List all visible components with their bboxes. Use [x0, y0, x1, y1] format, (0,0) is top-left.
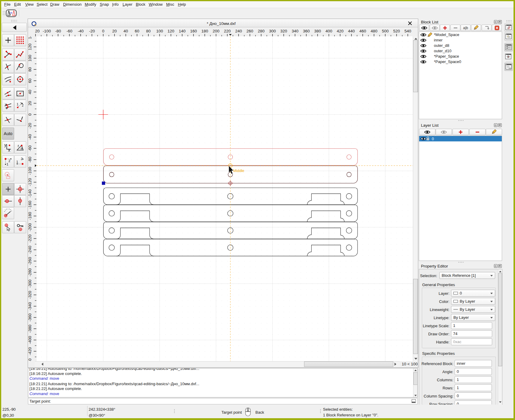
- svg-text:1: 1: [7, 162, 8, 166]
- svg-text:2: 2: [22, 104, 24, 107]
- svg-text:2: 2: [21, 157, 23, 161]
- svg-text:2: 2: [8, 159, 10, 163]
- svg-text:y: y: [4, 143, 6, 147]
- svg-text:x: x: [8, 148, 10, 152]
- svg-text:a: a: [20, 147, 23, 150]
- svg-text:1: 1: [16, 160, 18, 164]
- svg-text:1: 1: [17, 103, 18, 106]
- svg-text:r: r: [18, 144, 19, 148]
